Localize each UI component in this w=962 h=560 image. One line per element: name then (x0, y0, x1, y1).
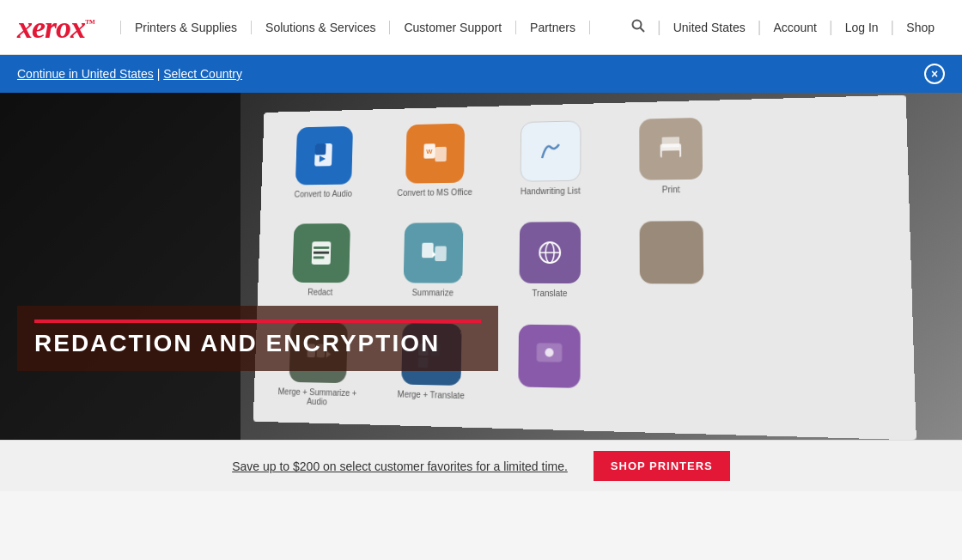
nav-right: | United States | Account | Log In | Sho… (621, 18, 945, 36)
extra-icon (518, 325, 580, 388)
xerox-logo[interactable]: xerox™ (17, 9, 94, 46)
nav-solutions-services[interactable]: Solutions & Services (252, 21, 390, 34)
svg-rect-17 (435, 247, 447, 262)
hero-section: Convert to Audio W Convert to MS Office (0, 93, 962, 440)
hero-title: REDACTION AND ENCRYPTION (34, 330, 481, 357)
app-icon-handwriting: Handwriting List (508, 120, 594, 214)
country-banner: Continue in United States | Select Count… (0, 55, 962, 93)
print-icon (639, 118, 703, 180)
translate-icon (519, 222, 581, 283)
nav-customer-support[interactable]: Customer Support (390, 21, 516, 34)
svg-line-1 (640, 27, 644, 32)
merge-translate-label: Merge + Translate (398, 389, 465, 400)
svg-rect-14 (314, 256, 325, 259)
hero-text-overlay: REDACTION AND ENCRYPTION (17, 306, 498, 371)
close-banner-button[interactable]: × (924, 64, 945, 84)
svg-text:W: W (426, 148, 433, 155)
summarize-icon (404, 222, 464, 283)
svg-point-0 (632, 20, 641, 28)
nav-partners[interactable]: Partners (516, 21, 590, 34)
svg-rect-16 (422, 243, 434, 259)
svg-rect-12 (314, 247, 329, 249)
svg-rect-4 (315, 143, 326, 155)
convert-office-label: Convert to MS Office (397, 187, 472, 198)
convert-audio-icon (295, 126, 353, 186)
summarize-label: Summarize (411, 288, 453, 297)
app-icon-extra (506, 325, 593, 423)
handwriting-icon (521, 120, 581, 181)
nav-log-in[interactable]: Log In (835, 21, 889, 34)
logo-text: xerox (17, 10, 85, 45)
app-icon-print: Print (627, 118, 715, 213)
app-icon-placeholder (627, 221, 716, 318)
svg-rect-9 (662, 137, 679, 147)
convert-audio-label: Convert to Audio (294, 189, 351, 198)
divider-4: | (891, 18, 895, 36)
redact-icon (292, 223, 350, 283)
app-icon-grid: Convert to Audio W Convert to MS Office (277, 113, 886, 430)
nav-account[interactable]: Account (763, 21, 827, 34)
hero-red-bar (34, 320, 481, 323)
merge-audio-label: Merge + Summarize + Audio (277, 387, 357, 407)
app-icon-convert-office: W Convert to MS Office (393, 123, 476, 215)
search-icon[interactable] (621, 19, 655, 36)
print-label: Print (662, 185, 680, 194)
redact-label: Redact (307, 288, 332, 297)
continue-in-us-link[interactable]: Continue in United States (17, 67, 154, 81)
hero-left-overlay (0, 93, 240, 440)
divider-1: | (657, 18, 661, 36)
shop-printers-button[interactable]: SHOP PRINTERS (594, 451, 730, 481)
placeholder-icon (640, 221, 704, 283)
country-banner-text: Continue in United States | Select Count… (17, 67, 242, 81)
svg-rect-10 (662, 150, 679, 159)
handwriting-label: Handwriting List (521, 186, 581, 197)
divider-2: | (758, 18, 762, 36)
svg-rect-15 (314, 252, 329, 254)
trademark: ™ (85, 17, 94, 29)
translate-label: Translate (532, 289, 567, 298)
bottom-promo-banner: Save up to $200 on select customer favor… (0, 440, 962, 491)
screen-display: Convert to Audio W Convert to MS Office (253, 95, 916, 440)
app-icon-convert-audio: Convert to Audio (283, 125, 364, 216)
select-country-link[interactable]: Select Country (163, 67, 242, 81)
svg-rect-6 (435, 147, 447, 161)
nav-shop[interactable]: Shop (896, 21, 945, 34)
nav-printers-supplies[interactable]: Printers & Supplies (120, 21, 252, 34)
app-icon-translate: Translate (507, 222, 593, 316)
convert-office-icon: W (405, 124, 465, 184)
app-icon-summarize: Summarize (392, 222, 475, 315)
promo-text[interactable]: Save up to $200 on select customer favor… (232, 460, 568, 473)
navbar: xerox™ Printers & Supplies Solutions & S… (0, 0, 962, 55)
nav-united-states[interactable]: United States (663, 21, 756, 34)
nav-links: Printers & Supplies Solutions & Services… (120, 21, 621, 34)
divider-3: | (829, 18, 833, 36)
app-icon-redact: Redact (280, 223, 362, 314)
